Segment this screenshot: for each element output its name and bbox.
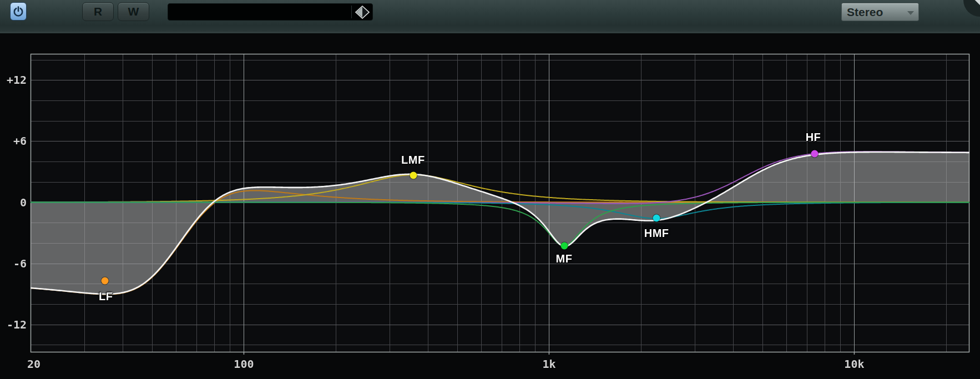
plugin-toolbar: R W Stereo (0, 0, 980, 32)
eq-band-label-lf: LF (99, 290, 113, 302)
eq-band-label-hf: HF (806, 131, 821, 144)
y-axis-tick--12: -12 (7, 318, 27, 331)
x-axis-tick-100: 100 (234, 357, 254, 371)
channel-mode-value: Stereo (847, 6, 883, 18)
channel-mode-select[interactable]: Stereo (841, 3, 919, 21)
toolbar-edge (0, 32, 980, 34)
eq-band-handle-lmf[interactable] (410, 171, 417, 179)
eq-plugin-window: +12+60-6-12201001k10kLFLMFHFHMFMF R W St… (0, 0, 980, 379)
eq-band-handle-mf[interactable] (560, 242, 568, 250)
eq-band-label-hmf: HMF (644, 226, 669, 239)
x-axis-tick-20: 20 (27, 357, 41, 371)
eq-band-label-mf: MF (556, 252, 573, 265)
x-axis-tick-1k: 1k (542, 357, 555, 371)
y-axis-tick-+6: +6 (13, 134, 27, 148)
eq-band-handle-lf[interactable] (101, 277, 108, 284)
preset-field[interactable] (168, 3, 373, 21)
preset-divider (351, 6, 352, 18)
eq-band-label-lmf: LMF (401, 153, 425, 166)
eq-band-handle-hmf[interactable] (653, 214, 660, 221)
eq-band-handle-hf[interactable] (811, 150, 818, 158)
eq-curve-display[interactable] (0, 0, 980, 379)
y-axis-tick--6: -6 (13, 257, 27, 270)
preset-browse-icon[interactable] (355, 5, 370, 19)
chevron-down-icon (907, 11, 914, 15)
x-axis-tick-10k: 10k (844, 357, 864, 371)
y-axis-tick-+12: +12 (7, 73, 27, 87)
automation-read-button[interactable]: R (82, 2, 114, 21)
power-button[interactable] (10, 2, 27, 21)
eq-display-area: +12+60-6-12201001k10kLFLMFHFHMFMF (0, 0, 980, 379)
automation-write-button[interactable]: W (118, 2, 149, 21)
power-icon (13, 6, 24, 17)
y-axis-tick-0: 0 (20, 196, 27, 209)
